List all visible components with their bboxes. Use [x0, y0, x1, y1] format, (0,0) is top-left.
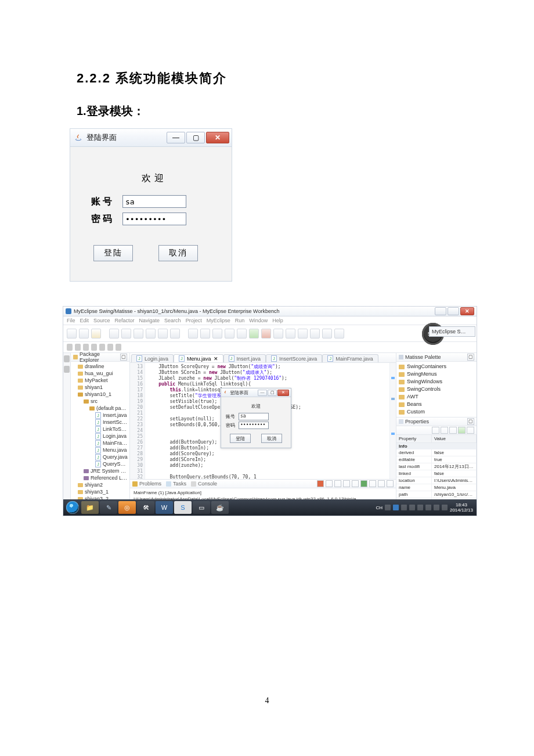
- tray-icon[interactable]: [401, 505, 407, 510]
- property-row[interactable]: path/shiyan10_1/src/Menu.j…: [396, 491, 477, 498]
- tray-icon[interactable]: [417, 505, 423, 510]
- tray-icon[interactable]: [425, 505, 431, 510]
- tree-item[interactable]: JQuery.java: [72, 453, 128, 460]
- console-icon[interactable]: [352, 480, 359, 487]
- taskbar-item[interactable]: ◎: [118, 501, 136, 514]
- mini-max-button[interactable]: ▢: [268, 390, 277, 396]
- toolbar-icon[interactable]: [109, 329, 119, 339]
- editor-tabs[interactable]: JLogin.javaJMenu.java ✕JInsert.javaJInse…: [130, 353, 396, 363]
- toolbar-icon[interactable]: [261, 329, 271, 339]
- property-row[interactable]: nameMenu.java: [396, 484, 477, 491]
- toolbar-icon[interactable]: [334, 329, 344, 339]
- menu-navigate[interactable]: Navigate: [139, 318, 160, 323]
- palette-item[interactable]: AWT: [399, 393, 474, 401]
- toolbar-icon[interactable]: [99, 344, 105, 351]
- taskbar-item[interactable]: 🛠: [137, 501, 154, 514]
- console-icon[interactable]: [343, 480, 350, 487]
- property-row[interactable]: locationI:\Users\Administrator\…: [396, 477, 477, 484]
- tree-item[interactable]: src: [72, 398, 128, 405]
- tab-tasks[interactable]: Tasks: [166, 481, 186, 487]
- toolbar-icon[interactable]: [91, 329, 101, 339]
- toolbar-icon[interactable]: [170, 329, 180, 339]
- stop-icon[interactable]: [317, 480, 324, 487]
- ide-toolbar-2[interactable]: [63, 342, 477, 353]
- toolbar-icon[interactable]: [134, 329, 143, 339]
- tray-icon[interactable]: [393, 505, 399, 510]
- close-button[interactable]: ✕: [206, 132, 229, 143]
- ide-toolbar[interactable]: MyEclipse S…: [63, 325, 477, 342]
- tree-item[interactable]: JLinkToSql.java: [72, 426, 128, 433]
- menu-window[interactable]: Window: [249, 318, 268, 323]
- toolbar-icon[interactable]: [146, 329, 156, 339]
- maximize-button[interactable]: ▢: [186, 132, 205, 143]
- console-icon[interactable]: [326, 480, 333, 487]
- palette-item[interactable]: Custom: [399, 408, 474, 416]
- editor-tab[interactable]: JInsertScore.java: [266, 354, 322, 362]
- mini-login-button[interactable]: 登陆: [230, 434, 251, 443]
- console-icon[interactable]: [334, 480, 341, 487]
- toolbar-icon[interactable]: [200, 329, 210, 339]
- editor-tab[interactable]: JMenu.java ✕: [174, 354, 223, 362]
- username-input[interactable]: sa: [122, 195, 186, 208]
- menu-project[interactable]: Project: [186, 318, 202, 323]
- windows-taskbar[interactable]: 📁 ✎ ◎ 🛠 W S ▭ ☕ CH 18:432014/12/13: [63, 499, 477, 516]
- editor-tab[interactable]: JInsert.java: [223, 354, 266, 362]
- ide-menubar[interactable]: FileEditSourceRefactorNavigateSearchProj…: [63, 316, 477, 325]
- ide-close-button[interactable]: ✕: [460, 307, 474, 315]
- menu-source[interactable]: Source: [93, 318, 110, 323]
- tree-item[interactable]: JQueryScore.java: [72, 460, 128, 467]
- toolbar-icon[interactable]: [121, 329, 131, 339]
- taskbar-item[interactable]: W: [156, 501, 173, 514]
- toolbar-icon[interactable]: [310, 329, 320, 339]
- menu-help[interactable]: Help: [272, 318, 283, 323]
- toolbar-icon[interactable]: [273, 329, 283, 339]
- password-input[interactable]: •••••••••: [122, 213, 186, 225]
- tree-item[interactable]: JInsert.java: [72, 412, 128, 419]
- ide-maximize-button[interactable]: [448, 307, 459, 315]
- tree-item[interactable]: JMainFrame.java: [72, 440, 128, 447]
- palette-item[interactable]: SwingControls: [399, 386, 474, 393]
- property-row[interactable]: editabletrue: [396, 456, 477, 463]
- toolbar-icon[interactable]: [107, 344, 113, 351]
- properties-toolbar[interactable]: [396, 426, 477, 434]
- mini-pass-input[interactable]: •••••••••: [239, 422, 269, 429]
- tree-item[interactable]: shiyan3_1: [72, 488, 128, 495]
- menu-edit[interactable]: Edit: [80, 318, 89, 323]
- palette-item[interactable]: Beans: [399, 401, 474, 408]
- perspective-switcher[interactable]: MyEclipse S…: [429, 326, 475, 337]
- toolbar-icon[interactable]: [225, 329, 234, 339]
- toolbar-icon[interactable]: [322, 329, 332, 339]
- cancel-button[interactable]: 取消: [158, 245, 198, 261]
- pane-min-icon[interactable]: ▢: [120, 354, 127, 361]
- editor-tab[interactable]: JMainFrame.java: [322, 354, 378, 362]
- mini-user-input[interactable]: sa: [239, 413, 269, 420]
- tree-item[interactable]: shiyan1: [72, 384, 128, 391]
- system-tray[interactable]: CH 18:432014/12/13: [376, 502, 475, 513]
- toolbar-icon[interactable]: [75, 344, 81, 351]
- toolbar-icon[interactable]: [67, 344, 73, 351]
- toolbar-icon[interactable]: [91, 344, 97, 351]
- tree-item[interactable]: JRE System Library [Jav: [72, 467, 128, 474]
- tree-item[interactable]: shiyan2: [72, 481, 128, 488]
- pane-min-icon[interactable]: ▢: [467, 354, 474, 361]
- tree-item[interactable]: drawline: [72, 363, 128, 370]
- palette-item[interactable]: SwingMenus: [399, 370, 474, 378]
- property-row[interactable]: linkedfalse: [396, 470, 477, 477]
- tree-item[interactable]: shiyan10_1: [72, 391, 128, 398]
- taskbar-item[interactable]: ▭: [193, 501, 210, 514]
- tray-clock[interactable]: 18:432014/12/13: [450, 502, 473, 513]
- tray-icon[interactable]: [385, 505, 391, 510]
- minimize-button[interactable]: —: [167, 132, 185, 143]
- strip-icon[interactable]: [64, 366, 70, 373]
- taskbar-item[interactable]: 📁: [81, 501, 99, 514]
- tree-item[interactable]: JLogin.java: [72, 433, 128, 440]
- tree-item[interactable]: hua_wu_gui: [72, 370, 128, 377]
- menu-search[interactable]: Search: [164, 318, 181, 323]
- toolbar-icon[interactable]: [67, 329, 77, 339]
- tree-item[interactable]: MyPacket: [72, 377, 128, 384]
- toolbar-icon[interactable]: [83, 344, 89, 351]
- menu-file[interactable]: File: [67, 318, 75, 323]
- start-button[interactable]: [64, 499, 81, 516]
- palette-list[interactable]: SwingContainersSwingMenusSwingWindowsSwi…: [396, 362, 477, 417]
- left-icon-strip[interactable]: [63, 353, 71, 504]
